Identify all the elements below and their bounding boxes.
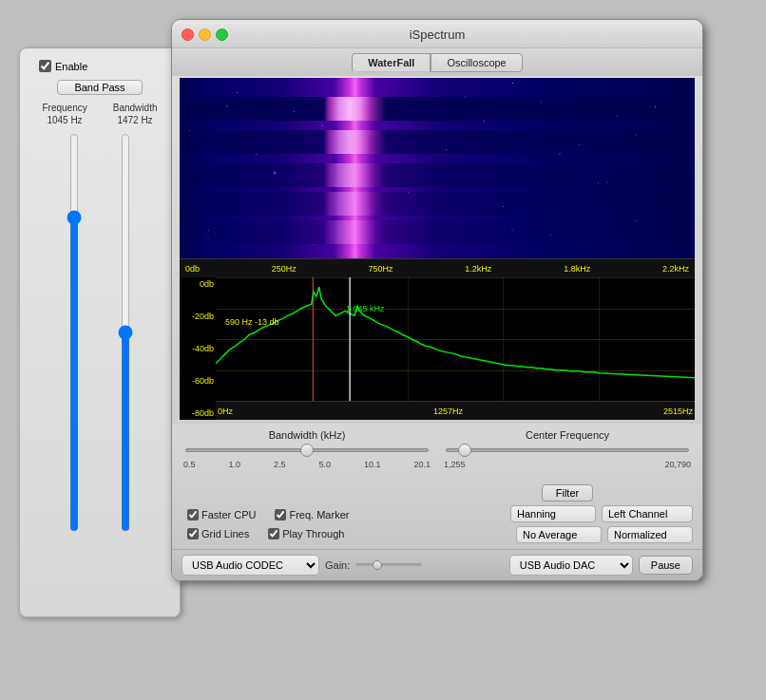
- gain-label: Gain:: [325, 559, 350, 571]
- checkboxes-section: Faster CPU Freq. Marker Grid Lines Play …: [182, 505, 434, 543]
- title-bar: iSpectrum: [172, 20, 702, 48]
- play-through-checkbox[interactable]: [268, 528, 279, 539]
- tab-oscilloscope[interactable]: Oscilloscope: [431, 53, 522, 72]
- filter-button[interactable]: Filter: [542, 484, 593, 501]
- window-title: iSpectrum: [410, 28, 466, 42]
- freq-marker-checkbox[interactable]: [275, 509, 286, 520]
- play-through-label: Play Through: [282, 528, 344, 539]
- grid-lines-label: Grid Lines: [201, 528, 249, 539]
- db-labels: 0db -20db -40db -60db -80db: [180, 277, 216, 420]
- freq-label-12khz: 1.2kHz: [465, 264, 491, 274]
- maximize-button[interactable]: [216, 28, 228, 41]
- close-button[interactable]: [182, 28, 194, 41]
- bandwidth-slider-h[interactable]: [185, 443, 429, 458]
- averaging-select[interactable]: No Average 2x Average 4x Average: [516, 526, 602, 543]
- bottom-freq-bar: 0Hz 1257Hz 2515Hz: [216, 401, 695, 420]
- faster-cpu-item[interactable]: Faster CPU: [187, 509, 256, 520]
- bandwidth-label-left: Bandwidth: [113, 103, 158, 113]
- gain-slider[interactable]: [355, 558, 422, 572]
- freq-label-250hz: 250Hz: [272, 264, 297, 274]
- window-select[interactable]: Hanning Hamming Blackman Rectangular: [510, 505, 596, 522]
- bw-scale-4: 10.1: [364, 460, 381, 469]
- bottom-freq-1257hz: 1257Hz: [433, 407, 463, 416]
- db-0: 0db: [182, 279, 214, 289]
- cursor-freq-label: 590 Hz -13 db: [225, 317, 279, 327]
- bandwidth-value: 1472 Hz: [117, 115, 152, 125]
- freq-axis-bar: 0db 250Hz 750Hz 1.2kHz 1.8kHz 2.2kHz: [180, 258, 695, 277]
- grid-lines-item[interactable]: Grid Lines: [187, 528, 249, 539]
- enable-label: Enable: [55, 61, 87, 72]
- freq-label-18khz: 1.8kHz: [564, 264, 590, 274]
- center-freq-label: Center Frequency: [442, 429, 693, 441]
- cf-max: 20,790: [664, 460, 691, 469]
- freq-label-750hz: 750Hz: [369, 264, 393, 274]
- frequency-label: Frequency: [43, 103, 87, 113]
- db-40: -40db: [182, 344, 214, 353]
- cursor-freq2-label: 1.045 kHz: [346, 304, 385, 313]
- frequency-value: 1045 Hz: [47, 115, 82, 125]
- codec-select[interactable]: USB Audio CODEC: [182, 555, 319, 576]
- dropdowns-section: Hanning Hamming Blackman Rectangular Lef…: [440, 505, 693, 543]
- freq-label-22khz: 2.2kHz: [662, 264, 689, 274]
- spectrum-graph: 0db -20db -40db -60db -80db: [180, 277, 695, 420]
- db-20: -20db: [182, 312, 214, 321]
- spectrum-display: 0db 250Hz 750Hz 1.2kHz 1.8kHz 2.2kHz 0db…: [180, 78, 695, 420]
- band-pass-select[interactable]: Band Pass: [57, 80, 143, 95]
- bw-scale-0: 0.5: [183, 460, 196, 469]
- play-through-item[interactable]: Play Through: [268, 528, 344, 539]
- tabs-row: WaterFall Oscilloscope: [172, 48, 702, 76]
- enable-checkbox[interactable]: [39, 60, 51, 72]
- bandwidth-slider[interactable]: [116, 133, 135, 532]
- bw-scale-5: 20.1: [413, 460, 431, 469]
- freq-labels-top: 0db 250Hz 750Hz 1.2kHz 1.8kHz 2.2kHz: [183, 264, 691, 274]
- dropdowns-row-bottom: No Average 2x Average 4x Average Normali…: [440, 526, 693, 543]
- bw-scale-3: 5.0: [318, 460, 331, 469]
- bottom-freq-2515hz: 2515Hz: [663, 407, 693, 416]
- grid-lines-checkbox[interactable]: [187, 528, 199, 539]
- main-window: iSpectrum WaterFall Oscilloscope: [171, 19, 703, 581]
- frequency-slider[interactable]: [65, 133, 84, 532]
- bandwidth-row: Bandwidth (kHz) 0.5 1.0 2.5 5.0 10.1 20.…: [182, 429, 693, 501]
- normalized-select[interactable]: Normalized Linear Log: [607, 526, 693, 543]
- bandwidth-label: Bandwidth (kHz): [182, 429, 432, 441]
- traffic-lights: [182, 28, 228, 41]
- center-freq-control: Center Frequency 1,255 20,790 Filter: [442, 429, 693, 501]
- bw-scale-1: 1.0: [228, 460, 240, 469]
- cf-min: 1,255: [444, 460, 466, 469]
- faster-cpu-label: Faster CPU: [201, 509, 256, 520]
- controls-section: Bandwidth (kHz) 0.5 1.0 2.5 5.0 10.1 20.…: [172, 424, 702, 549]
- checkboxes-row-bottom: Grid Lines Play Through: [182, 524, 434, 543]
- left-panel: Enable Band Pass Frequency Bandwidth 104…: [19, 47, 181, 617]
- bottom-bar: USB Audio CODEC Gain: USB Audio DAC Paus…: [172, 549, 702, 580]
- bandwidth-scale: 0.5 1.0 2.5 5.0 10.1 20.1: [182, 460, 432, 469]
- faster-cpu-checkbox[interactable]: [187, 509, 199, 520]
- pause-button[interactable]: Pause: [639, 556, 693, 575]
- bw-scale-2: 2.5: [274, 460, 286, 469]
- dropdowns-row-top: Hanning Hamming Blackman Rectangular Lef…: [440, 505, 693, 522]
- bandwidth-control: Bandwidth (kHz) 0.5 1.0 2.5 5.0 10.1 20.…: [182, 429, 432, 469]
- tab-waterfall[interactable]: WaterFall: [352, 53, 431, 72]
- center-freq-scale: 1,255 20,790: [442, 460, 693, 469]
- db-60: -60db: [182, 376, 214, 386]
- freq-marker-item[interactable]: Freq. Marker: [275, 509, 349, 520]
- db-80: -80db: [182, 408, 214, 418]
- freq-marker-label: Freq. Marker: [289, 509, 349, 520]
- minimize-button[interactable]: [199, 28, 211, 41]
- bottom-freq-0hz: 0Hz: [218, 407, 233, 416]
- waterfall-area: [180, 78, 695, 258]
- center-freq-slider[interactable]: [446, 443, 689, 458]
- checkboxes-row-top: Faster CPU Freq. Marker: [182, 505, 434, 524]
- spectrum-waveform: [216, 277, 695, 402]
- dac-select[interactable]: USB Audio DAC: [509, 555, 633, 576]
- options-row: Faster CPU Freq. Marker Grid Lines Play …: [182, 505, 693, 543]
- channel-select[interactable]: Left Channel Right Channel Stereo: [602, 505, 693, 522]
- freq-label-0db: 0db: [185, 264, 200, 274]
